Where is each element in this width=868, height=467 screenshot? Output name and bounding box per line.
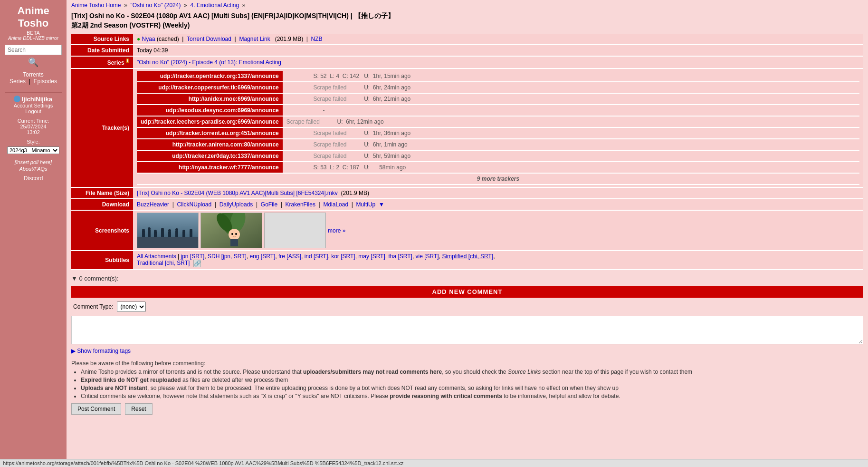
formatting-toggle-button[interactable]: Show formatting tags xyxy=(71,346,863,356)
subtitles-label: Subtitles xyxy=(71,251,133,270)
screenshots-content: more » xyxy=(133,210,863,251)
nzb-link[interactable]: NZB xyxy=(311,36,323,42)
comment-textarea[interactable] xyxy=(71,316,863,344)
screenshot-container: more » xyxy=(137,213,859,248)
main-content: Anime Tosho Home » "Oshi no Ko" (2024) »… xyxy=(67,0,868,467)
site-subtitle: Anime DDL+NZB mirror xyxy=(8,36,58,41)
notice-item-1: Anime Tosho provides a mirror of torrent… xyxy=(81,369,863,375)
screenshots-label: Screenshots xyxy=(71,210,133,251)
date-submitted-label: Date Submitted xyxy=(71,45,133,56)
svg-rect-11 xyxy=(168,232,171,237)
svg-point-10 xyxy=(161,228,164,231)
breadcrumb-home[interactable]: Anime Tosho Home xyxy=(71,2,121,9)
sidebar-item-torrents[interactable]: Torrents xyxy=(23,71,43,78)
svg-point-26 xyxy=(231,233,233,235)
download-krakenfiles[interactable]: KrakenFiles xyxy=(286,201,315,208)
notice-item-3: Uploads are NOT instant, so please wait … xyxy=(81,385,863,391)
logout-link[interactable]: Logout xyxy=(14,108,53,114)
breadcrumb: Anime Tosho Home » "Oshi no Ko" (2024) »… xyxy=(67,0,868,10)
about-link[interactable]: About/FAQs xyxy=(19,166,47,172)
notice-item-4: Critical comments are welcome, however n… xyxy=(81,393,863,399)
status-url: https://animetosho.org/storage/attach/00… xyxy=(3,460,403,466)
breadcrumb-episode[interactable]: 4. Emotional Acting xyxy=(190,2,239,9)
svg-point-24 xyxy=(229,229,240,240)
subtitle-ind-srt[interactable]: ind [SRT] xyxy=(305,253,328,260)
subtitle-kor-srt[interactable]: kor [SRT] xyxy=(331,253,355,260)
comment-type-label: Comment Type: xyxy=(73,303,113,310)
download-multiup[interactable]: MultiUp xyxy=(356,201,376,208)
download-clicknupload[interactable]: ClickNUpload xyxy=(177,201,211,208)
file-name-row: File Name (Size) [Trix] Oshi no Ko - S02… xyxy=(71,187,863,199)
screenshot-thumb-1[interactable] xyxy=(137,213,199,248)
magnet-link[interactable]: Magnet Link xyxy=(239,36,270,42)
svg-rect-5 xyxy=(148,230,151,237)
subtitle-sdh-jpn-srt[interactable]: SDH [jpn, SRT] xyxy=(208,253,247,260)
trackers-label: Tracker(s) xyxy=(71,68,133,187)
reset-button[interactable]: Reset xyxy=(125,403,152,415)
svg-rect-1 xyxy=(137,237,199,248)
comment-type-row: Comment Type: (none) xyxy=(71,298,863,316)
status-bar: https://animetosho.org/storage/attach/00… xyxy=(0,459,868,467)
download-dailyuploads[interactable]: DailyUploads xyxy=(219,201,253,208)
user-avatar-icon xyxy=(14,96,20,102)
style-label: Style: xyxy=(27,139,40,145)
breadcrumb-series[interactable]: "Oshi no Ko" (2024) xyxy=(131,2,181,9)
tracker-row-4: udp://exodus.desync.com:6969/announce - xyxy=(137,105,859,116)
subtitle-simplified-chi-srt[interactable]: Simplified [chi, SRT] xyxy=(442,253,493,260)
nyaa-link[interactable]: Nyaa xyxy=(142,36,155,42)
poll-section: [insert poll here] About/FAQs xyxy=(15,159,52,172)
subtitle-all-attachments[interactable]: All Attachments xyxy=(137,253,176,260)
subtitle-eng-srt[interactable]: eng [SRT] xyxy=(249,253,275,260)
nyaa-bullet: ● xyxy=(137,36,140,42)
comments-toggle[interactable]: ▼ 0 comment(s): xyxy=(71,275,863,282)
subtitle-traditional-chi-srt[interactable]: Traditional [chi, SRT] xyxy=(137,260,190,266)
subtitle-may-srt[interactable]: may [SRT] xyxy=(358,253,385,260)
post-comment-button[interactable]: Post Comment xyxy=(71,403,121,415)
user-links: Account Settings Logout xyxy=(14,103,53,114)
subtitle-tha-srt[interactable]: tha [SRT] xyxy=(388,253,412,260)
torrent-download-link[interactable]: Torrent Download xyxy=(187,36,231,42)
search-button[interactable]: 🔍 xyxy=(28,57,38,68)
trackers-content: udp://tracker.opentrackr.org:1337/announ… xyxy=(133,68,863,187)
style-select[interactable]: 2024q3 - Minamo xyxy=(7,146,59,154)
download-more-dropdown[interactable]: ▼ xyxy=(379,201,384,208)
discord-link[interactable]: Discord xyxy=(24,175,43,182)
tracker-stat-1: S: 52 L: 4 C: 142 U: 1hr, 15min ago xyxy=(283,71,859,82)
svg-point-4 xyxy=(142,229,145,232)
site-title: Anime Tosho xyxy=(5,5,62,30)
tracker-row-1: udp://tracker.opentrackr.org:1337/announ… xyxy=(137,71,859,82)
svg-rect-25 xyxy=(230,239,238,246)
svg-point-18 xyxy=(190,229,192,232)
page-title: [Trix] Oshi no Ko - S02E04 (1080p AV1 AA… xyxy=(67,10,868,34)
account-settings-link[interactable]: Account Settings xyxy=(14,103,53,108)
comment-type-select[interactable]: (none) xyxy=(117,302,146,312)
site-beta: BETA xyxy=(27,30,40,36)
tracker-url-1: udp://tracker.opentrackr.org:1337/announ… xyxy=(137,71,283,82)
file-name-link[interactable]: [Trix] Oshi no Ko - S02E04 (WEB 1080p AV… xyxy=(137,190,339,196)
svg-point-16 xyxy=(182,230,185,233)
screenshot-thumb-2[interactable] xyxy=(200,213,262,248)
sidebar: Anime Tosho BETA Anime DDL+NZB mirror 🔍 … xyxy=(0,0,67,467)
tracker-row-8: udp://tracker.zer0day.to:1337/announce S… xyxy=(137,150,859,162)
sidebar-item-series[interactable]: Series xyxy=(10,78,26,85)
series-value: "Oshi no Ko" (2024) - Episode 4 (of 13):… xyxy=(133,56,863,68)
svg-rect-3 xyxy=(142,231,145,237)
download-buzzheavier[interactable]: BuzzHeavier xyxy=(137,201,169,208)
download-mdiaload[interactable]: MdiaLoad xyxy=(323,201,348,208)
user-section: IjichiNijika Account Settings Logout xyxy=(14,96,53,114)
date-submitted-row: Date Submitted Today 04:39 xyxy=(71,45,863,56)
series-link[interactable]: "Oshi no Ko" (2024) - Episode 4 (of 13):… xyxy=(137,59,281,66)
sidebar-item-episodes[interactable]: Episodes xyxy=(34,78,57,85)
subtitle-jpn-srt[interactable]: jpn [SRT] xyxy=(181,253,205,260)
search-input[interactable] xyxy=(5,45,62,55)
current-time: Current Time: 25/07/2024 13:02 xyxy=(5,118,62,135)
screenshots-more-link[interactable]: more » xyxy=(328,227,345,234)
subtitle-vie-srt[interactable]: vie [SRT] xyxy=(416,253,439,260)
sidebar-nav: Torrents Series | Episodes xyxy=(10,71,57,85)
subtitle-fre-ass[interactable]: fre [ASS] xyxy=(278,253,301,260)
download-gofile[interactable]: GoFile xyxy=(261,201,277,208)
svg-point-14 xyxy=(175,228,178,231)
screenshot-thumb-3[interactable] xyxy=(264,213,326,248)
discord-section: Discord xyxy=(24,172,43,182)
poll-link[interactable]: [insert poll here] xyxy=(15,159,52,165)
